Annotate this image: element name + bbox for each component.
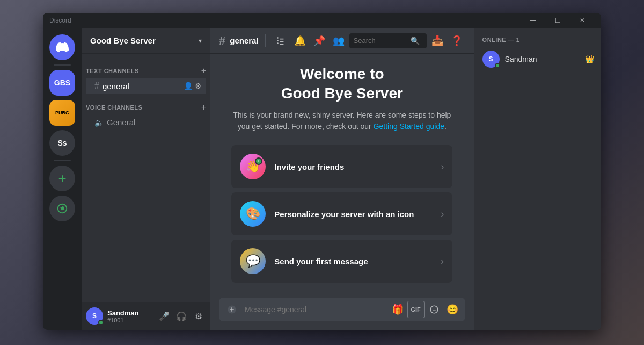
inbox-button[interactable]: 📥: [429, 32, 446, 49]
message-input[interactable]: [245, 305, 385, 314]
text-channel-icon: #: [94, 81, 99, 91]
header-actions: 🔔 📌 👥 🔍 📥 ❓: [272, 32, 465, 49]
user-initials: S: [92, 312, 97, 320]
category-text-channels: TEXT CHANNELS +: [82, 58, 210, 77]
server-name: Good Bye Server: [90, 36, 156, 45]
server-icon-discord-home[interactable]: [49, 34, 75, 60]
user-tag: #1001: [107, 317, 152, 324]
user-bar: S Sandman #1001 🎤 🎧 ⚙: [82, 302, 210, 330]
deafen-button[interactable]: 🎧: [174, 308, 189, 324]
gif-button[interactable]: GIF: [407, 301, 425, 318]
search-input[interactable]: [354, 37, 407, 45]
pinned-button[interactable]: 📌: [311, 32, 328, 49]
server-initials-gbs: GBS: [54, 78, 70, 87]
server-icon-gbs[interactable]: GBS: [49, 70, 75, 96]
main-content: # general 🔔 📌 👥 🔍 📥 ❓: [210, 28, 474, 330]
user-avatar: S: [86, 307, 103, 325]
channel-name-voice-general: General: [107, 118, 202, 127]
server-header[interactable]: Good Bye Server ▾: [82, 28, 210, 54]
message-box-area: 🎁 GIF 😊: [210, 298, 474, 330]
user-controls: 🎤 🎧 ⚙: [157, 308, 206, 324]
server-divider-2: [54, 160, 71, 161]
window-title: Discord: [49, 17, 71, 24]
personalize-card[interactable]: 🎨 Personalize your server with an icon ›: [231, 192, 452, 235]
personalize-chevron: ›: [441, 209, 444, 220]
member-badge-sandman: 👑: [585, 55, 594, 63]
settings-icon[interactable]: ⚙: [195, 82, 202, 90]
close-button[interactable]: ✕: [570, 13, 595, 28]
channel-header-hash: #: [219, 34, 225, 48]
add-server-button[interactable]: +: [49, 166, 75, 191]
server-divider: [54, 64, 71, 66]
minimize-button[interactable]: —: [521, 13, 545, 28]
add-text-channel-button[interactable]: +: [201, 67, 206, 75]
header-divider: [265, 34, 266, 47]
welcome-subtitle: This is your brand new, shiny server. He…: [231, 110, 452, 132]
channel-sidebar: Good Bye Server ▾ TEXT CHANNELS + # gene…: [82, 28, 210, 330]
getting-started-link[interactable]: Getting Started guide: [374, 122, 444, 131]
member-name-sandman: Sandman: [505, 55, 537, 63]
server-icon-pubg[interactable]: PUBG: [49, 100, 75, 126]
invite-friends-card[interactable]: 👋 + Invite your friends ›: [231, 145, 452, 188]
emoji-button[interactable]: 😊: [444, 301, 461, 318]
dropdown-icon: ▾: [199, 37, 202, 45]
welcome-area: Welcome to Good Bye Server This is your …: [210, 54, 474, 298]
personalize-label: Personalize your server with an icon: [274, 210, 432, 219]
message-icon: 💬: [240, 248, 266, 274]
search-icon: 🔍: [411, 37, 420, 45]
add-voice-channel-button[interactable]: +: [201, 103, 206, 112]
member-avatar-sandman: S: [482, 51, 500, 68]
user-status-dot: [98, 320, 104, 325]
search-box[interactable]: 🔍: [349, 33, 427, 48]
sticker-button[interactable]: [426, 301, 443, 318]
channel-header: # general 🔔 📌 👥 🔍 📥 ❓: [210, 28, 474, 54]
channel-header-name: general: [230, 36, 258, 45]
send-message-card[interactable]: 💬 Send your first message ›: [231, 240, 452, 283]
message-box: 🎁 GIF 😊: [219, 298, 465, 321]
channel-item-general-voice[interactable]: 🔈 General: [86, 114, 206, 130]
category-voice-label: VOICE CHANNELS: [86, 104, 142, 111]
maximize-button[interactable]: ☐: [545, 13, 570, 28]
voice-channel-icon: 🔈: [94, 118, 104, 127]
message-actions: 🎁 GIF 😊: [389, 301, 461, 318]
server-initials-ss: Ss: [57, 139, 67, 147]
main-layout: GBS PUBG Ss + Good Bye Server ▾: [43, 28, 601, 330]
channel-item-general-text[interactable]: # general 👤 ⚙: [86, 78, 206, 94]
personalize-icon: 🎨: [240, 201, 266, 227]
welcome-title-line2: Good Bye Server: [281, 85, 403, 102]
server-initials-pubg: PUBG: [55, 110, 69, 116]
server-icon-ss[interactable]: Ss: [49, 130, 75, 156]
user-settings-button[interactable]: ⚙: [191, 308, 206, 324]
threads-button[interactable]: [272, 32, 289, 49]
welcome-content: Welcome to Good Bye Server This is your …: [218, 54, 465, 298]
invite-label: Invite your friends: [274, 162, 432, 171]
invite-icon: 👋 +: [240, 154, 266, 179]
invite-chevron: ›: [441, 161, 444, 172]
gift-button[interactable]: 🎁: [389, 301, 406, 318]
member-initials: S: [489, 55, 493, 63]
member-section-online: ONLINE — 1: [478, 37, 598, 43]
member-name-area: Sandman: [505, 54, 580, 64]
user-info: Sandman #1001: [107, 309, 152, 324]
welcome-title-line1: Welcome to: [300, 66, 384, 82]
add-member-icon[interactable]: 👤: [184, 82, 193, 90]
channel-name-general: general: [103, 82, 180, 91]
members-button[interactable]: 👥: [330, 32, 347, 49]
explore-button[interactable]: [49, 196, 75, 221]
help-button[interactable]: ❓: [448, 32, 465, 49]
channel-item-actions: 👤 ⚙: [184, 82, 202, 90]
title-bar: Discord — ☐ ✕: [43, 13, 601, 28]
mute-button[interactable]: 🎤: [157, 308, 172, 324]
user-name: Sandman: [107, 309, 152, 317]
discord-window: Discord — ☐ ✕ GBS PUBG Ss: [43, 13, 601, 330]
category-text-label: TEXT CHANNELS: [86, 68, 139, 74]
add-attachment-button[interactable]: [223, 301, 240, 318]
notifications-button[interactable]: 🔔: [291, 32, 309, 49]
channel-list: TEXT CHANNELS + # general 👤 ⚙ VOICE CHAN…: [82, 54, 210, 302]
message-chevron: ›: [441, 256, 444, 267]
message-label: Send your first message: [274, 257, 432, 266]
member-item-sandman[interactable]: S Sandman 👑: [478, 47, 598, 71]
category-voice-channels: VOICE CHANNELS +: [82, 95, 210, 114]
member-list: ONLINE — 1 S Sandman 👑: [474, 28, 601, 330]
member-online-dot: [495, 63, 500, 68]
